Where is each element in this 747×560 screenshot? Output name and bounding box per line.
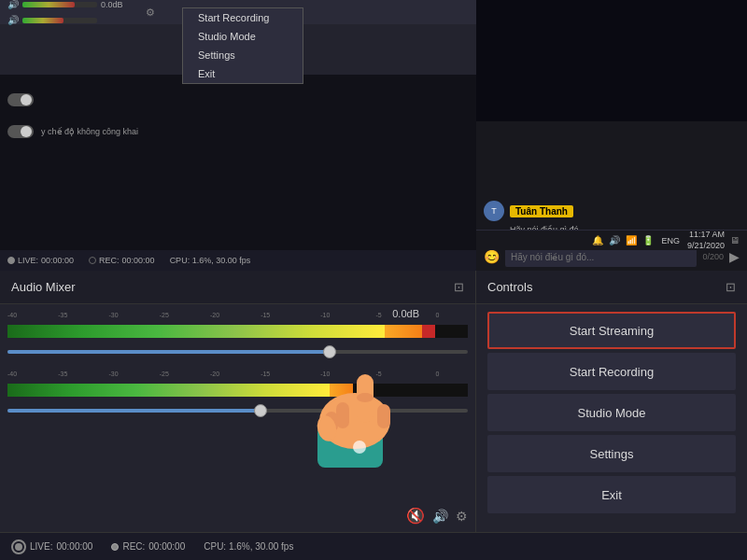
live-icon <box>11 539 26 554</box>
ruler-mark-40: -40 <box>7 312 17 318</box>
obs-window: 🔊 0.0dB 🔊 <box>0 0 747 560</box>
mute-icon[interactable]: 🔇 <box>406 507 425 525</box>
chat-user-row: T Tuân Thanh <box>484 201 740 221</box>
top-area: 🔊 0.0dB 🔊 <box>0 0 747 271</box>
tray-icon-3: 📶 <box>626 235 637 245</box>
ruler2-mark-30: -30 <box>108 371 118 377</box>
preview-rec-time: 00:00:00 <box>122 256 155 265</box>
ruler2-mark-35: -35 <box>58 371 67 377</box>
ctx-settings[interactable]: Settings <box>183 46 303 64</box>
ruler2-mark-5: -5 <box>375 371 381 377</box>
context-menu: Start Recording Studio Mode Settings Exi… <box>182 7 303 84</box>
chat-panel: T Tuân Thanh Hãy nói điều gì đó... 😊 0/2… <box>476 0 747 271</box>
chat-dark-preview <box>476 0 747 121</box>
audio-mixer-header: Audio Mixer ⊡ <box>0 271 475 304</box>
tray-icon-4: 🔋 <box>642 235 654 245</box>
slider-thumb-2[interactable] <box>254 404 267 417</box>
chat-message-area: T Tuân Thanh Hãy nói điều gì đó... <box>476 121 747 242</box>
toggle-switch-2[interactable] <box>7 125 34 138</box>
preview-cpu-status: CPU: 1.6%, 30.00 fps <box>170 256 251 265</box>
system-time: 11:17 AM 9/21/2020 <box>687 230 725 251</box>
tray-notification-icon[interactable]: 🖥 <box>730 235 740 245</box>
studio-mode-button[interactable]: Studio Mode <box>487 394 736 431</box>
send-button[interactable]: ▶ <box>729 249 740 264</box>
preview-rec-label: REC: <box>99 256 120 265</box>
mixer-content: 0.0dB -40 -35 -30 -25 -20 -15 <box>0 304 475 532</box>
vol-bar-1 <box>22 2 97 7</box>
ruler-mark-10: -10 <box>320 312 330 318</box>
chat-username: Tuân Thanh <box>510 205 573 217</box>
ctx-start-recording[interactable]: Start Recording <box>183 8 303 27</box>
preview-panel: 🔊 0.0dB 🔊 <box>0 0 476 271</box>
rec-status: REC: 00:00:00 <box>111 541 185 552</box>
toggle-switch-1[interactable] <box>7 93 34 106</box>
track-slider-1[interactable] <box>7 350 468 354</box>
ruler2-mark-10: -10 <box>320 371 330 377</box>
controls-header: Controls ⊡ <box>476 271 747 304</box>
preview-live-time: 00:00:00 <box>41 256 74 265</box>
bottom-status-bar: LIVE: 00:00:00 REC: 00:00:00 CPU: 1.6%, … <box>0 532 747 560</box>
system-tray: 🔔 🔊 📶 🔋 ENG 11:17 AM 9/21/2020 🖥 <box>476 230 747 250</box>
track-slider-2[interactable] <box>7 409 468 413</box>
obs-preview-status: LIVE: 00:00:00 REC: 00:00:00 CPU: 1.6%, … <box>0 250 476 271</box>
audio-track-2: -40 -35 -30 -25 -20 -15 -10 -5 0 <box>0 369 475 420</box>
toggle-item-1 <box>7 93 224 106</box>
cpu-label: CPU: 1.6%, 30.00 fps <box>204 541 293 552</box>
audio-mixer-title: Audio Mixer <box>11 280 76 294</box>
controls-title: Controls <box>487 280 532 294</box>
vol-bar-2 <box>22 18 97 23</box>
ruler-mark-35: -35 <box>58 312 67 318</box>
audio-mixer-expand-icon[interactable]: ⊡ <box>454 280 464 294</box>
panels-row: Audio Mixer ⊡ 0.0dB -40 -35 -30 - <box>0 271 747 532</box>
rec-time: 00:00:00 <box>148 541 185 552</box>
start-recording-button[interactable]: Start Recording <box>487 353 736 390</box>
settings-button[interactable]: Settings <box>487 435 736 472</box>
start-streaming-button[interactable]: Start Streaming <box>487 312 736 349</box>
level-ruler-2: -40 -35 -30 -25 -20 -15 -10 -5 0 <box>7 371 468 382</box>
slider-thumb-1[interactable] <box>323 345 336 358</box>
ruler2-mark-40: -40 <box>7 371 17 377</box>
live-label: LIVE: <box>30 541 52 552</box>
level-bar-2 <box>7 384 468 397</box>
volume-icon-1: 🔊 <box>7 0 19 9</box>
level-bar-1 <box>7 325 468 338</box>
live-status: LIVE: 00:00:00 <box>11 539 92 554</box>
tray-icon-2: 🔊 <box>609 235 620 245</box>
track-slider-row-1 <box>7 343 468 360</box>
settings-icon-top[interactable]: ⚙ <box>146 7 155 19</box>
bottom-section: Audio Mixer ⊡ 0.0dB -40 -35 -30 - <box>0 271 747 560</box>
rec-label: REC: <box>122 541 145 552</box>
controls-panel: Controls ⊡ Start Streaming Start Recordi… <box>476 271 747 532</box>
mixer-controls-row: 🔇 🔊 ⚙ <box>406 507 468 525</box>
audio-track-1: -40 -35 -30 -25 -20 -15 -10 -5 0 <box>0 310 475 361</box>
ruler2-mark-20: -20 <box>210 371 219 377</box>
rec-dot <box>111 543 119 551</box>
cpu-status: CPU: 1.6%, 30.00 fps <box>204 541 293 552</box>
toggle-area: y chế độ không công khai <box>0 93 224 138</box>
ruler-mark-15: -15 <box>261 312 270 318</box>
ruler2-mark-15: -15 <box>261 371 270 377</box>
char-count: 0/200 <box>702 252 724 261</box>
chat-avatar: T <box>484 201 504 221</box>
exit-button[interactable]: Exit <box>487 476 736 513</box>
tray-lang: ENG <box>661 236 680 245</box>
live-time: 00:00:00 <box>56 541 92 552</box>
controls-expand-icon[interactable]: ⊡ <box>726 280 736 294</box>
ctx-exit[interactable]: Exit <box>183 64 303 83</box>
ctx-studio-mode[interactable]: Studio Mode <box>183 27 303 46</box>
toggle-item-2: y chế độ không công khai <box>7 125 224 138</box>
viet-label: y chế độ không công khai <box>41 127 138 136</box>
track-slider-row-2 <box>7 402 468 419</box>
audio-mixer-panel: Audio Mixer ⊡ 0.0dB -40 -35 -30 - <box>0 271 476 532</box>
mixer-settings-icon[interactable]: ⚙ <box>456 509 468 524</box>
ruler-mark-5: -5 <box>375 312 381 318</box>
volume-icon-2: 🔊 <box>7 15 19 25</box>
speaker-icon[interactable]: 🔊 <box>432 509 448 524</box>
preview-live-status: LIVE: 00:00:00 <box>7 256 74 265</box>
preview-rec-status: REC: 00:00:00 <box>89 256 155 265</box>
emoji-icon[interactable]: 😊 <box>484 249 500 264</box>
level-ruler-1: -40 -35 -30 -25 -20 -15 -10 -5 0 <box>7 312 468 323</box>
ruler-mark-20: -20 <box>210 312 219 318</box>
ruler-mark-0: 0 <box>435 312 439 318</box>
ruler-mark-30: -30 <box>108 312 118 318</box>
